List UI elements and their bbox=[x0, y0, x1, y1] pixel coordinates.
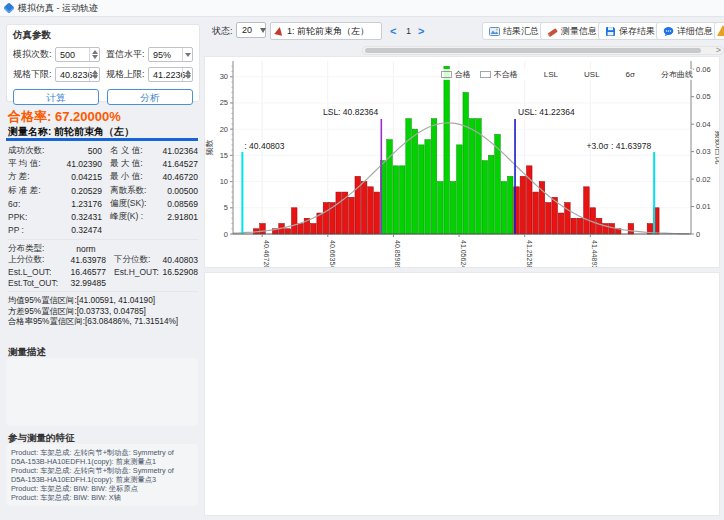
sigma-label: +3.0σ : 41.63978 bbox=[587, 141, 652, 151]
y-right-axis-title: 频数/占比 bbox=[714, 130, 719, 164]
sim-count-stepper[interactable]: 500 bbox=[55, 47, 100, 62]
save-icon bbox=[605, 26, 616, 37]
histogram-bar bbox=[565, 203, 571, 234]
calculate-button[interactable]: 计算 bbox=[13, 89, 99, 105]
page-number: 1 bbox=[400, 22, 417, 40]
scrollbar-thumb[interactable] bbox=[365, 48, 701, 53]
prev-page-button[interactable]: < bbox=[390, 22, 396, 40]
params-title: 仿真参数 bbox=[13, 29, 193, 42]
histogram-bar bbox=[609, 224, 615, 234]
y-tick-label: 15 bbox=[220, 151, 228, 160]
mean-ci: 均值95%置信区间:[41.00591, 41.04190] bbox=[8, 295, 198, 306]
measure-info-button[interactable]: 测量信息 bbox=[540, 22, 604, 40]
stepper-arrows-icon[interactable] bbox=[89, 68, 99, 81]
title-bar: 模拟仿真 - 运动轨迹 bbox=[0, 0, 724, 17]
histogram-bar bbox=[571, 218, 577, 234]
usl-stepper[interactable]: 41.22364 bbox=[148, 67, 193, 82]
histogram-bar bbox=[425, 140, 431, 234]
histogram-bar bbox=[260, 224, 266, 234]
boxplot-chart bbox=[204, 272, 720, 516]
feature-line: Product: 车架总成: BIW: BIW: X轴 bbox=[11, 493, 193, 502]
divider bbox=[6, 138, 198, 141]
histogram-bar bbox=[374, 192, 380, 234]
histogram-bar bbox=[399, 166, 405, 234]
histogram-bar bbox=[323, 203, 329, 234]
histogram-bar bbox=[584, 187, 590, 234]
histogram-bar bbox=[501, 182, 507, 234]
measure-name: 测量名称: 前轮前束角（左） bbox=[8, 125, 134, 139]
x-tick-label: 40.85989 bbox=[394, 240, 401, 267]
report-summary-button[interactable]: 结果汇总 bbox=[482, 22, 546, 40]
x-tick-label: 40.66354 bbox=[329, 240, 336, 267]
boxplot-svg bbox=[205, 273, 719, 515]
stepper-arrows-icon[interactable] bbox=[182, 68, 192, 81]
usl-label: USL: 41.22364 bbox=[518, 107, 575, 117]
histogram-bar bbox=[539, 182, 545, 234]
save-results-button[interactable]: 保存结果 bbox=[598, 22, 662, 40]
histogram-bar bbox=[291, 208, 297, 234]
histogram-bar bbox=[476, 119, 482, 234]
toolbar: 状态: 20 1: 前轮前束角（左） < 1 > 结果汇总 测量信息 保存结果 bbox=[204, 22, 724, 42]
histogram-bar bbox=[349, 197, 355, 234]
y-axis-title: 频数 bbox=[205, 140, 214, 156]
histogram-bar bbox=[368, 187, 374, 234]
chevron-down-icon bbox=[260, 28, 266, 33]
measurement-tab[interactable]: 1: 前轮前束角（左） bbox=[270, 22, 382, 40]
legend-pass: 合格 bbox=[455, 69, 471, 80]
report-summary-icon bbox=[489, 26, 500, 37]
y-tick-label: 0 bbox=[224, 230, 228, 239]
chevron-down-icon[interactable] bbox=[182, 48, 192, 61]
passrate-ci: 合格率95%置信区间:[63.08486%, 71.31514%] bbox=[8, 316, 198, 327]
measure-info-icon bbox=[547, 26, 558, 37]
y-tick-label: 30 bbox=[220, 72, 228, 81]
y-right-tick-label: 0.02 bbox=[696, 175, 711, 184]
histogram-bar bbox=[546, 203, 552, 234]
report-summary-label: 结果汇总 bbox=[503, 25, 539, 38]
analyze-button[interactable]: 分析 bbox=[107, 89, 193, 105]
y-tick-label: 5 bbox=[224, 203, 228, 212]
lsl-stepper[interactable]: 40.82364 bbox=[55, 67, 100, 82]
histogram-bar bbox=[361, 182, 367, 234]
angle-marker-icon bbox=[274, 26, 283, 35]
histogram-bar bbox=[431, 119, 437, 234]
histogram-bar bbox=[393, 166, 399, 234]
save-results-label: 保存结果 bbox=[619, 25, 655, 38]
status-select[interactable]: 20 bbox=[236, 22, 266, 38]
legend-usl: USL bbox=[584, 70, 600, 79]
histogram-chart: LSL: 40.82364USL: 41.22364: 40.40803+3.0… bbox=[204, 56, 720, 268]
legend-curve: 分布曲线 bbox=[661, 69, 693, 80]
y-right-tick-label: 0.05 bbox=[696, 92, 711, 101]
clipped-toolbar-icon bbox=[717, 24, 724, 37]
horizontal-scrollbar[interactable]: > bbox=[362, 46, 724, 55]
feature-line: Product: 车架总成: 左转向节+制动盘: Symmetry of bbox=[11, 448, 193, 457]
x-tick-label: 41.44893 bbox=[591, 240, 598, 267]
histogram-bar bbox=[488, 155, 494, 234]
confidence-value: 95% bbox=[153, 50, 171, 60]
histogram-bar bbox=[520, 176, 526, 234]
stepper-arrows-icon[interactable] bbox=[89, 48, 99, 61]
histogram-svg: LSL: 40.82364USL: 41.22364: 40.40803+3.0… bbox=[205, 57, 719, 267]
histogram-bar bbox=[628, 224, 634, 234]
x-tick-label: 41.25258 bbox=[526, 240, 533, 267]
x-tick-label: 41.05624 bbox=[460, 240, 467, 267]
histogram-bar bbox=[577, 218, 583, 234]
status-value: 20 bbox=[242, 25, 252, 35]
simulation-params-card: 仿真参数 模拟次数: 500 置信水平: 95% 规格下限: 40.82364 … bbox=[6, 24, 200, 102]
next-page-button[interactable]: > bbox=[418, 22, 424, 40]
lsl-label: 规格下限: bbox=[13, 68, 55, 81]
legend-lsl: LSL bbox=[544, 70, 558, 79]
confidence-select[interactable]: 95% bbox=[148, 47, 193, 62]
histogram-bar bbox=[596, 218, 602, 234]
description-textarea[interactable] bbox=[6, 358, 198, 426]
detail-info-button[interactable]: 详细信息 bbox=[656, 22, 720, 40]
sim-count-label: 模拟次数: bbox=[13, 48, 55, 61]
feature-line: D5A-153B-HA10EDFH.1(copy): 前束测量点1 bbox=[11, 457, 193, 466]
histogram-bar bbox=[444, 66, 450, 234]
feature-line: Product: 车架总成: 左转向节+制动盘: Symmetry of bbox=[11, 466, 193, 475]
histogram-bar bbox=[533, 192, 539, 234]
histogram-bar bbox=[419, 145, 425, 234]
legend-fail: 不合格 bbox=[494, 69, 518, 80]
app-logo-icon bbox=[3, 2, 14, 13]
confidence-label: 置信水平: bbox=[106, 48, 148, 61]
scroll-right-arrow-icon[interactable]: > bbox=[716, 45, 721, 55]
